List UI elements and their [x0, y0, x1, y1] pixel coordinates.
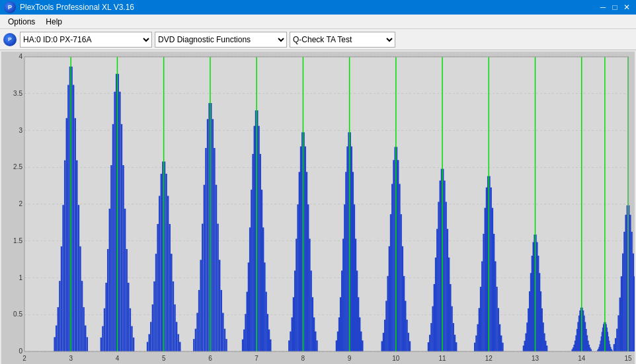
maximize-button[interactable]: □ [610, 2, 620, 13]
minimize-button[interactable]: ─ [598, 2, 608, 13]
menu-options[interactable]: Options [3, 16, 40, 28]
title-bar-text: PlexTools Professional XL V3.16 [20, 3, 134, 12]
title-bar: P PlexTools Professional XL V3.16 ─ □ ✕ [0, 0, 636, 15]
test-select[interactable]: Q-Check TA Test [290, 32, 395, 48]
function-select[interactable]: DVD Diagnostic Functions [155, 32, 287, 48]
close-button[interactable]: ✕ [621, 2, 632, 13]
title-bar-left: P PlexTools Professional XL V3.16 [4, 1, 134, 13]
menu-help[interactable]: Help [40, 16, 67, 28]
toolbar: P HA:0 ID:0 PX-716A DVD Diagnostic Funct… [0, 29, 636, 50]
menu-bar: Options Help [0, 15, 636, 29]
title-bar-controls[interactable]: ─ □ ✕ [598, 2, 632, 13]
drive-icon: P [3, 32, 17, 47]
drive-select[interactable]: HA:0 ID:0 PX-716A [20, 32, 152, 48]
plextools-icon: P [3, 33, 17, 46]
top-chart [1, 52, 635, 364]
app-icon: P [4, 1, 16, 13]
top-chart-canvas [1, 52, 635, 364]
charts-area [0, 50, 636, 364]
